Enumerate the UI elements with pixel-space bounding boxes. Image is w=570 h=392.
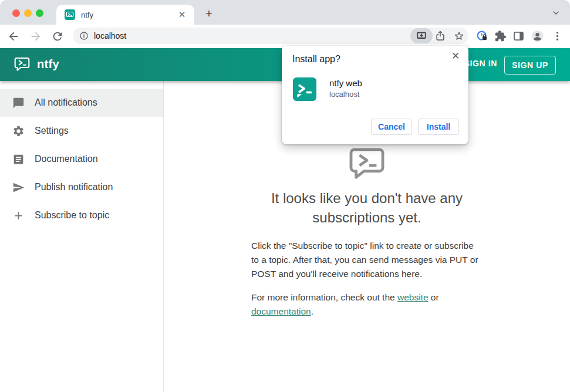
chat-icon [12, 97, 25, 109]
install-app-icon [416, 30, 427, 42]
empty-state-instructions: Click the "Subscribe to topic" link to c… [251, 239, 483, 281]
sidebar-item-publish-notification[interactable]: Publish notification [0, 173, 163, 201]
app-title: ntfy [37, 58, 59, 71]
url-text: localhost [94, 28, 126, 44]
sidebar-item-label: Subscribe to topic [35, 210, 109, 221]
install-button[interactable]: Install [418, 119, 459, 135]
article-icon [12, 153, 25, 165]
sidebar-item-label: Documentation [35, 154, 98, 164]
browser-tab-ntfy[interactable]: ntfy ✕ [56, 5, 194, 25]
dialog-app-name: ntfy web [329, 78, 362, 88]
window-close-button[interactable] [12, 9, 20, 17]
sidebar-item-label: Settings [35, 126, 69, 136]
sidebar-item-subscribe-to-topic[interactable]: Subscribe to topic [0, 201, 163, 229]
tab-strip: ntfy ✕ + [0, 0, 570, 25]
sidebar-item-all-notifications[interactable]: All notifications [0, 89, 163, 117]
send-icon [12, 181, 25, 194]
tab-close-icon[interactable]: ✕ [177, 9, 187, 20]
cancel-button[interactable]: Cancel [371, 119, 412, 135]
sidebar-item-settings[interactable]: Settings [0, 117, 163, 145]
ntfy-empty-state-logo-icon [348, 147, 386, 180]
share-icon[interactable] [434, 30, 446, 42]
forward-icon[interactable] [29, 30, 42, 43]
gear-icon [12, 125, 25, 137]
profile-avatar-icon[interactable] [531, 30, 544, 42]
new-tab-button[interactable]: + [202, 7, 216, 21]
website-link[interactable]: website [397, 292, 429, 302]
more-info-middle: or [429, 292, 439, 302]
more-info-prefix: For more information, check out the [251, 292, 397, 302]
address-bar[interactable]: localhost [73, 28, 468, 44]
plus-icon [12, 209, 25, 222]
browser-window: ntfy ✕ + localhost [0, 0, 570, 392]
instructions-text: Click the "Subscribe to topic" link to c… [251, 241, 478, 279]
dialog-close-icon[interactable]: ✕ [450, 50, 461, 62]
ntfy-brand: ntfy [14, 57, 59, 72]
bookmark-star-icon[interactable] [453, 30, 465, 42]
extensions-puzzle-icon[interactable] [494, 30, 507, 42]
install-app-dialog: Install app? ✕ ntfy web localhost Cancel… [282, 46, 468, 144]
documentation-link[interactable]: documentation [251, 306, 311, 316]
browser-menu-kebab-icon[interactable] [551, 30, 564, 42]
ntfy-logo-icon [14, 57, 30, 72]
navigation-sidebar: All notifications Settings Documentation… [0, 81, 164, 392]
dialog-title: Install app? [292, 54, 340, 65]
side-panel-icon[interactable] [512, 30, 525, 42]
ntfy-favicon [65, 9, 75, 20]
browser-toolbar: localhost [0, 25, 570, 47]
more-info-text: For more information, check out the webs… [251, 290, 483, 319]
privacy-extension-icon[interactable] [476, 30, 488, 42]
tab-title: ntfy [81, 11, 93, 19]
sidebar-item-documentation[interactable]: Documentation [0, 145, 163, 173]
sign-in-button[interactable]: SIGN IN [464, 59, 497, 68]
empty-state-heading: It looks like you don't have any subscri… [232, 188, 502, 227]
install-app-button[interactable] [410, 28, 433, 43]
reload-icon[interactable] [51, 30, 64, 43]
sidebar-item-label: All notifications [35, 97, 97, 108]
sign-up-button[interactable]: SIGN UP [504, 56, 556, 75]
more-info-suffix: . [311, 306, 313, 316]
back-icon[interactable] [7, 30, 20, 43]
sidebar-item-label: Publish notification [35, 182, 113, 192]
tab-search-chevron-down-icon[interactable] [551, 8, 561, 18]
window-zoom-button[interactable] [36, 9, 43, 17]
window-minimize-button[interactable] [24, 9, 32, 17]
ntfy-app-icon [293, 77, 316, 101]
site-info-icon[interactable] [79, 31, 89, 40]
dialog-app-origin: localhost [329, 90, 359, 99]
